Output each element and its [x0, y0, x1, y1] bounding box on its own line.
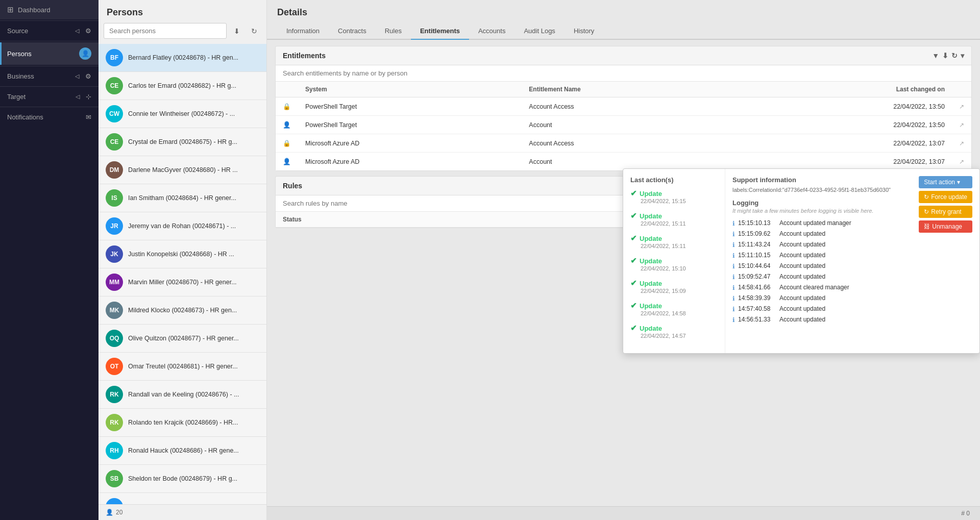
info-icon: ℹ [732, 241, 735, 249]
ext-link-cell[interactable]: ↗ [952, 134, 971, 153]
ext-link-cell[interactable]: ↗ [952, 116, 971, 134]
list-item[interactable]: JK Justin Konopelski (00248668) - HR ... [99, 240, 266, 268]
avatar: OT [106, 358, 123, 375]
person-name: Jeremy van de Rohan (00248671) - ... [128, 222, 236, 230]
person-name: Connie ter Wintheiser (00248672) - ... [128, 110, 235, 117]
refresh-icon[interactable]: ↻ [951, 52, 958, 60]
list-item[interactable]: CE Carlos ter Emard (00248682) - HR g... [99, 72, 266, 100]
tab-entitlements[interactable]: Entitlements [411, 23, 469, 40]
settings-icon: ⚙ [85, 72, 91, 80]
sidebar-item-source[interactable]: Source ◁ ⚙ [0, 22, 99, 40]
system-icon: 👤 [283, 158, 291, 165]
tab-contracts[interactable]: Contracts [329, 23, 376, 40]
list-item[interactable]: JR Jeremy van de Rohan (00248671) - ... [99, 212, 266, 240]
sidebar-item-label: Source [7, 27, 28, 35]
persons-panel: Persons ⬇ ↻ BF Bernard Flatley (00248678… [99, 0, 267, 520]
list-item[interactable]: OT Omar Treutel (00248681) - HR gener... [99, 353, 266, 381]
log-entry: ℹ 14:58:41.66 Account cleared manager [732, 282, 972, 293]
log-entry: ℹ 14:58:39.39 Account updated [732, 293, 972, 304]
check-icon: ✔ [630, 324, 637, 333]
force-update-button[interactable]: ↻ Force update [919, 191, 972, 203]
log-message: Account updated [779, 262, 825, 269]
list-item[interactable]: ST Stacey de Tromp (00248685) - HR g... [99, 493, 266, 504]
search-input[interactable] [104, 23, 227, 39]
popup-action-buttons: Start action ▾ ↻ Force update ↻ Retry gr… [919, 176, 972, 233]
last-changed: 22/04/2022, 13:07 [738, 134, 952, 153]
list-item[interactable]: SB Sheldon ter Bode (00248679) - HR g... [99, 465, 266, 493]
avatar: JK [106, 245, 123, 263]
log-time: 14:58:39.39 [738, 294, 776, 302]
action-date: 22/04/2022, 15:09 [641, 288, 718, 294]
info-icon: ℹ [732, 220, 735, 227]
avatar: BF [106, 49, 123, 66]
person-name: Crystal de Emard (00248675) - HR g... [128, 138, 237, 145]
external-link-icon[interactable]: ↗ [959, 121, 964, 129]
dashboard-icon: ⊞ [7, 5, 14, 14]
sidebar-item-target[interactable]: Target ◁ ⊹ [0, 88, 99, 106]
avatar: CE [106, 133, 123, 151]
person-name: Olive Quitzon (00248677) - HR gener... [128, 335, 239, 342]
tab-audit_logs[interactable]: Audit Logs [514, 23, 564, 40]
persons-badge: 👤 [79, 47, 91, 60]
tab-information[interactable]: Information [277, 23, 329, 40]
list-item[interactable]: OQ Olive Quitzon (00248677) - HR gener..… [99, 325, 266, 353]
log-time: 15:10:44.64 [738, 262, 776, 269]
retry-grant-button[interactable]: ↻ Retry grant [919, 206, 972, 218]
list-item[interactable]: DM Darlene MacGyver (00248680) - HR ... [99, 156, 266, 184]
sidebar-item-label: Dashboard [18, 6, 51, 14]
avatar: MK [106, 302, 123, 319]
entitlements-table: System Entitlement Name Last changed on … [276, 82, 971, 170]
ext-link-cell[interactable]: ↗ [952, 97, 971, 116]
list-item[interactable]: CE Crystal de Emard (00248675) - HR g... [99, 128, 266, 156]
external-link-icon[interactable]: ↗ [959, 158, 964, 165]
person-count-icon: 👤 [106, 509, 113, 516]
avatar: RK [106, 386, 123, 403]
sidebar-item-persons[interactable]: Persons 👤 [0, 42, 99, 65]
ext-link-cell[interactable]: ↗ [952, 153, 971, 171]
list-item[interactable]: RK Rolando ten Krajcik (00248669) - HR..… [99, 409, 266, 437]
tab-history[interactable]: History [565, 23, 603, 40]
last-changed: 22/04/2022, 13:50 [738, 97, 952, 116]
tab-rules[interactable]: Rules [376, 23, 411, 40]
filter-icon[interactable]: ▼ [932, 52, 939, 60]
external-link-icon[interactable]: ↗ [959, 103, 964, 110]
action-type: Update [640, 257, 662, 265]
list-item[interactable]: CW Connie ter Wintheiser (00248672) - ..… [99, 100, 266, 128]
expand-icon[interactable]: ▾ [961, 52, 964, 60]
start-action-button[interactable]: Start action ▾ [919, 176, 972, 188]
sidebar-item-dashboard[interactable]: ⊞ Dashboard [0, 0, 99, 19]
refresh-icon: ↻ [924, 193, 929, 201]
retry-icon: ↻ [924, 208, 929, 215]
sidebar-item-notifications[interactable]: Notifications ✉ [0, 108, 99, 126]
download-icon[interactable]: ⬇ [942, 52, 948, 60]
person-name: Randall van de Keeling (00248676) - ... [128, 391, 239, 398]
list-item[interactable]: MK Mildred Klocko (00248673) - HR gen... [99, 296, 266, 325]
list-item[interactable]: BF Bernard Flatley (00248678) - HR gen..… [99, 44, 266, 72]
action-badge: ✔ Update [630, 324, 718, 333]
avatar: ST [106, 498, 123, 504]
popup-panel: Last action(s) ✔ Update 22/04/2022, 15:1… [623, 168, 980, 354]
avatar: DM [106, 161, 123, 179]
info-icon: ℹ [732, 284, 735, 291]
table-row: 👤 Microsoft Azure AD Account 22/04/2022,… [276, 153, 971, 171]
download-button[interactable]: ⬇ [230, 24, 244, 38]
list-item[interactable]: IS Ian Smitham (00248684) - HR gener... [99, 184, 266, 212]
chevron-icon: ◁ [75, 28, 79, 34]
refresh-button[interactable]: ↻ [247, 24, 261, 38]
list-item[interactable]: RH Ronald Hauck (00248686) - HR gene... [99, 437, 266, 465]
avatar: CW [106, 105, 123, 122]
unmanage-button[interactable]: ⛓ Unmanage [919, 220, 972, 233]
details-title: Details [267, 0, 980, 18]
external-link-icon[interactable]: ↗ [959, 140, 964, 147]
action-date: 22/04/2022, 15:11 [641, 243, 718, 249]
log-message: Account updated [779, 230, 825, 237]
entitlements-search-input[interactable] [283, 69, 964, 77]
list-item[interactable]: MM Marvin Miller (00248670) - HR gener..… [99, 268, 266, 296]
list-item[interactable]: RK Randall van de Keeling (00248676) - .… [99, 381, 266, 409]
log-message: Account updated [779, 305, 825, 312]
info-icon: ℹ [732, 274, 735, 281]
entitlements-section: Entitlements ▼ ⬇ ↻ ▾ System Entitlement … [275, 46, 972, 171]
action-type: Update [640, 235, 662, 242]
sidebar-item-business[interactable]: Business ◁ ⚙ [0, 67, 99, 85]
tab-accounts[interactable]: Accounts [469, 23, 514, 40]
